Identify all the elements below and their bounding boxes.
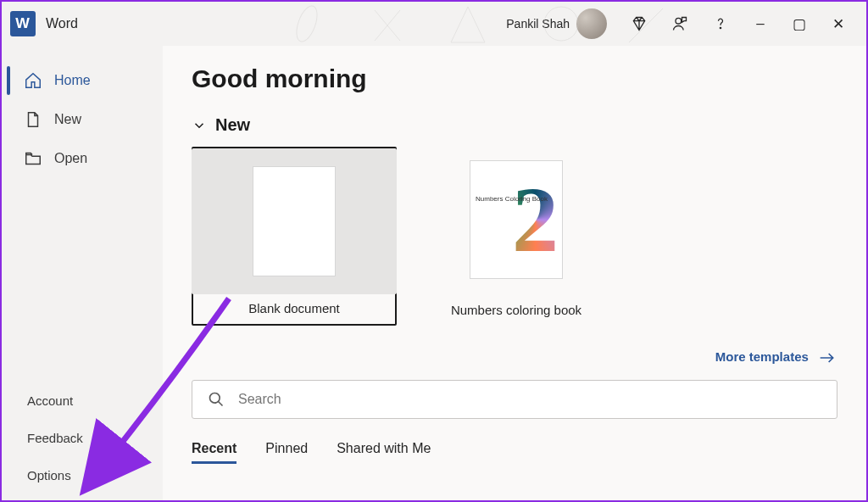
- tab-shared-with-me[interactable]: Shared with Me: [337, 441, 431, 464]
- new-doc-icon: [24, 110, 42, 129]
- template-label: Numbers coloring book: [451, 303, 581, 317]
- template-label: Blank document: [248, 294, 340, 324]
- number-two-art: 2: [512, 173, 559, 266]
- chevron-down-icon: [192, 118, 207, 133]
- folder-open-icon: [24, 149, 42, 168]
- svg-point-0: [292, 3, 321, 44]
- premium-diamond-icon[interactable]: [619, 3, 659, 44]
- sidebar-item-label: Feedback: [27, 431, 83, 445]
- greeting-heading: Good morning: [192, 64, 837, 93]
- sidebar: Home New Open Account Feedback Options: [2, 46, 163, 500]
- main-panel: Good morning New Blank document Numbers …: [163, 46, 866, 500]
- template-thumb: Numbers Coloring Book 2: [414, 147, 619, 293]
- sidebar-item-feedback[interactable]: Feedback: [2, 419, 163, 456]
- thumb-caption: Numbers Coloring Book: [476, 195, 548, 204]
- sidebar-item-options[interactable]: Options: [2, 456, 163, 494]
- search-input[interactable]: [238, 392, 821, 407]
- sidebar-item-label: Account: [27, 393, 73, 408]
- window-restore-button[interactable]: ▢: [780, 4, 819, 43]
- section-title: New: [215, 115, 250, 135]
- avatar: [576, 8, 607, 39]
- section-new-header[interactable]: New: [192, 115, 837, 135]
- tab-recent[interactable]: Recent: [192, 441, 236, 464]
- sidebar-item-label: Open: [54, 151, 87, 166]
- window-close-button[interactable]: ✕: [819, 4, 858, 43]
- user-identity[interactable]: Pankil Shah: [506, 8, 607, 39]
- window-minimize-button[interactable]: –: [741, 4, 780, 43]
- svg-point-3: [720, 27, 721, 28]
- sidebar-item-label: New: [54, 112, 81, 127]
- tab-pinned[interactable]: Pinned: [265, 441, 308, 464]
- home-icon: [24, 71, 42, 90]
- sidebar-item-open[interactable]: Open: [2, 139, 163, 178]
- app-title: Word: [46, 16, 78, 31]
- sidebar-item-account[interactable]: Account: [2, 382, 163, 419]
- sidebar-item-home[interactable]: Home: [2, 61, 163, 100]
- feedback-person-icon[interactable]: [659, 3, 700, 44]
- svg-point-4: [210, 393, 220, 404]
- template-numbers-coloring-book[interactable]: Numbers Coloring Book 2 Numbers coloring…: [414, 147, 619, 326]
- template-blank-document[interactable]: Blank document: [192, 147, 397, 326]
- templates-row: Blank document Numbers Coloring Book 2 N…: [192, 147, 837, 326]
- sidebar-item-label: Options: [27, 468, 71, 482]
- help-icon[interactable]: [700, 3, 741, 44]
- search-box[interactable]: [192, 380, 837, 419]
- user-name: Pankil Shah: [506, 17, 570, 31]
- template-thumb: [192, 148, 397, 294]
- arrow-right-icon: [819, 352, 836, 364]
- blank-page-preview: [253, 166, 336, 276]
- sidebar-item-new[interactable]: New: [2, 100, 163, 139]
- sidebar-item-label: Home: [54, 73, 91, 88]
- more-templates-link[interactable]: More templates: [715, 349, 836, 364]
- titlebar: W Word Pankil Shah – ▢ ✕: [2, 2, 866, 46]
- svg-point-2: [676, 18, 682, 24]
- search-icon: [208, 391, 225, 408]
- recent-tabs: Recent Pinned Shared with Me: [192, 441, 837, 464]
- word-logo: W: [10, 11, 36, 36]
- more-templates-row: More templates: [192, 349, 836, 365]
